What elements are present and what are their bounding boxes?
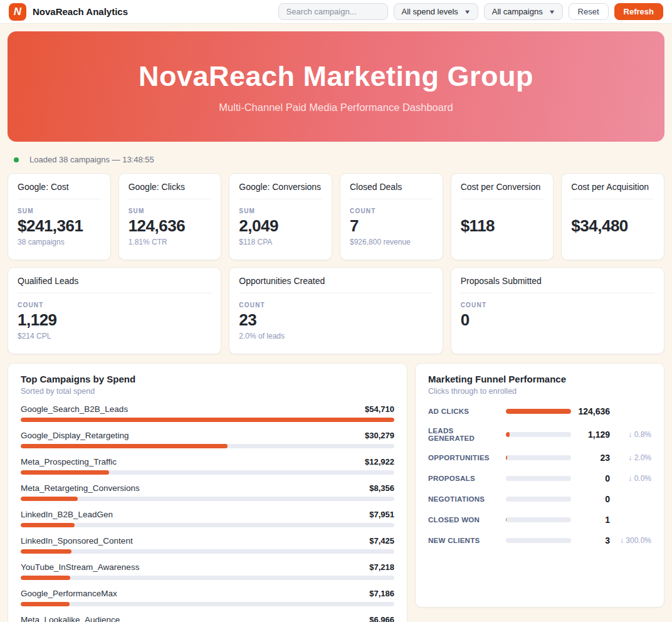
- reset-button[interactable]: Reset: [569, 3, 609, 20]
- campaign-bar-track: [21, 470, 394, 475]
- funnel-conversion-rate: ↓ 300.0%: [614, 536, 651, 545]
- kpi-value: 7: [350, 216, 433, 236]
- kpi-subtext: [461, 332, 654, 340]
- campaign-name: LinkedIn_B2B_LeadGen: [21, 510, 113, 519]
- divider: [239, 293, 433, 293]
- funnel-stage-label: NEGOTIATIONS: [428, 495, 502, 503]
- hero-subtitle: Multi-Channel Paid Media Performance Das…: [219, 102, 453, 113]
- kpi-subtext: [571, 238, 654, 246]
- funnel-conversion-rate: ↓ 2.0%: [614, 453, 651, 462]
- divider: [18, 293, 211, 293]
- search-input[interactable]: [278, 3, 388, 20]
- divider: [461, 199, 544, 199]
- funnel-bar-track: [506, 409, 571, 414]
- funnel-stage-value: 0: [575, 494, 610, 504]
- kpi-aggregation-label: SUM: [129, 208, 212, 215]
- campaign-bar-track: [21, 549, 394, 554]
- campaign-row-head: Meta_Retargeting_Conversions $8,356: [21, 483, 394, 493]
- kpi-card: Opportunities Created COUNT 23 2.0% of l…: [229, 267, 443, 354]
- bottom-section: Top Campaigns by Spend Sorted by total s…: [8, 363, 664, 622]
- refresh-button[interactable]: Refresh: [614, 3, 663, 20]
- kpi-aggregation-label: COUNT: [461, 302, 654, 309]
- campaign-bar-fill: [21, 470, 109, 475]
- funnel-title: Marketing Funnel Performance: [428, 374, 651, 384]
- kpi-value: 1,129: [18, 310, 211, 330]
- campaign-spend-value: $7,218: [369, 562, 394, 572]
- kpi-card-title: Cost per Acquisition: [571, 182, 654, 192]
- kpi-card-title: Cost per Conversion: [461, 182, 544, 192]
- kpi-subtext: 1.81% CTR: [129, 238, 212, 246]
- campaign-row: Meta_Prospecting_Traffic $12,922: [21, 457, 394, 475]
- divider: [18, 199, 101, 199]
- app-logo-icon: N: [9, 3, 26, 21]
- kpi-card-title: Google: Cost: [18, 182, 101, 192]
- campaign-row-head: LinkedIn_Sponsored_Content $7,425: [21, 536, 394, 546]
- brand: N NovaReach Analytics: [9, 3, 128, 21]
- funnel-bar-fill: [506, 432, 510, 437]
- kpi-card-title: Proposals Submitted: [461, 276, 654, 286]
- campaign-spend-value: $7,186: [369, 589, 394, 598]
- app-header: N NovaReach Analytics All spend levels ▼…: [0, 0, 672, 24]
- kpi-aggregation-label: SUM: [239, 208, 322, 215]
- campaign-spend-value: $54,710: [365, 404, 394, 414]
- divider: [571, 199, 654, 199]
- kpi-aggregation-label: COUNT: [350, 208, 433, 215]
- campaign-row: Google_Search_B2B_Leads $54,710: [21, 404, 394, 422]
- funnel-stage-label: NEW CLIENTS: [428, 537, 502, 544]
- funnel-row: OPPORTUNITIES 23 ↓ 2.0%: [428, 453, 651, 463]
- funnel-bar-track: [506, 432, 571, 437]
- campaign-filter-value: All campaigns: [492, 7, 543, 16]
- campaign-name: LinkedIn_Sponsored_Content: [21, 536, 133, 546]
- kpi-subtext: $118 CPA: [239, 238, 322, 246]
- kpi-subtext: $214 CPL: [18, 332, 211, 340]
- kpi-value: 2,049: [239, 216, 322, 236]
- divider: [239, 199, 322, 199]
- kpi-card: Cost per Acquisition $34,480: [561, 173, 664, 260]
- campaign-bar-fill: [21, 497, 78, 501]
- funnel-stage-value: 1,129: [575, 430, 610, 440]
- kpi-card-title: Google: Conversions: [239, 182, 322, 192]
- campaign-row: Google_PerformanceMax $7,186: [21, 589, 394, 606]
- funnel-stage-label: PROPOSALS: [428, 475, 502, 482]
- campaign-row-head: Google_PerformanceMax $7,186: [21, 589, 394, 598]
- campaign-row-head: Meta_Prospecting_Traffic $12,922: [21, 457, 394, 467]
- spend-filter-select[interactable]: All spend levels ▼: [394, 3, 478, 20]
- funnel-stage-value: 0: [575, 473, 610, 483]
- kpi-aggregation-label: SUM: [18, 208, 101, 215]
- funnel-bar-track: [506, 538, 571, 543]
- campaign-spend-value: $6,966: [369, 615, 394, 622]
- funnel-row: NEGOTIATIONS 0: [428, 494, 651, 504]
- divider: [461, 293, 654, 293]
- funnel-bar-fill: [506, 517, 507, 522]
- funnel-bar-track: [506, 497, 571, 502]
- campaign-spend-value: $7,951: [369, 510, 394, 519]
- campaign-bar-track: [21, 523, 394, 527]
- campaign-spend-value: $8,356: [369, 483, 394, 493]
- kpi-value: 0: [461, 310, 654, 330]
- kpi-subtext: [461, 238, 544, 246]
- funnel-stage-value: 23: [575, 453, 610, 463]
- funnel-row: CLOSED WON 1: [428, 515, 651, 525]
- kpi-card-title: Closed Deals: [350, 182, 433, 192]
- kpi-card-title: Qualified Leads: [18, 276, 211, 286]
- funnel-list: AD CLICKS 124,636 LEADS GENERATED 1,129 …: [428, 406, 651, 546]
- campaign-name: Meta_Retargeting_Conversions: [21, 483, 140, 493]
- kpi-value: $118: [461, 216, 544, 236]
- funnel-bar-track: [506, 517, 571, 522]
- kpi-row-1: Google: Cost SUM $241,361 38 campaigns G…: [8, 173, 664, 260]
- campaign-filter-select[interactable]: All campaigns ▼: [484, 3, 563, 20]
- top-campaigns-subtitle: Sorted by total spend: [21, 387, 394, 396]
- funnel-bar-track: [506, 455, 571, 460]
- funnel-stage-label: CLOSED WON: [428, 516, 502, 524]
- kpi-card: Closed Deals COUNT 7 $926,800 revenue: [340, 173, 443, 260]
- app-title: NovaReach Analytics: [33, 6, 128, 17]
- kpi-subtext: $926,800 revenue: [350, 238, 433, 246]
- logo-letter: N: [14, 6, 21, 17]
- campaign-row: LinkedIn_Sponsored_Content $7,425: [21, 536, 394, 554]
- campaign-row: YouTube_InStream_Awareness $7,218: [21, 562, 394, 580]
- funnel-conversion-rate: ↓ 0.0%: [614, 474, 651, 483]
- funnel-row: LEADS GENERATED 1,129 ↓ 0.8%: [428, 427, 651, 442]
- kpi-card: Cost per Conversion $118: [451, 173, 554, 260]
- campaign-bar-fill: [21, 549, 71, 554]
- campaign-list: Google_Search_B2B_Leads $54,710 Google_D…: [21, 404, 394, 622]
